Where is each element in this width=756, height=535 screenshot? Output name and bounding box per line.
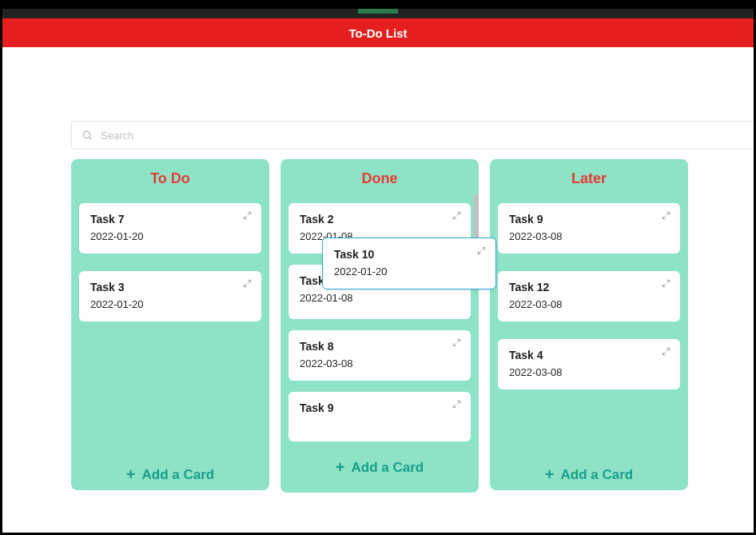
add-card-button[interactable]: + Add a Card xyxy=(498,461,680,489)
expand-icon[interactable] xyxy=(662,279,670,288)
expand-icon[interactable] xyxy=(662,347,670,356)
expand-icon[interactable] xyxy=(452,338,461,347)
search-icon xyxy=(82,130,93,141)
card-list: Task 9 2022-03-08 Task 12 2022-03-08 xyxy=(498,203,680,451)
plus-icon: + xyxy=(336,458,345,477)
column-title: Later xyxy=(498,170,680,187)
card-title: Task 10 xyxy=(334,248,484,261)
search-container[interactable] xyxy=(71,121,756,150)
dragging-card[interactable]: Task 10 2022-01-20 xyxy=(322,238,496,289)
card-title: Task 8 xyxy=(300,340,460,353)
plus-icon: + xyxy=(545,465,555,484)
expand-icon[interactable] xyxy=(243,279,252,288)
expand-icon[interactable] xyxy=(477,246,486,255)
expand-icon[interactable] xyxy=(662,211,670,220)
expand-icon[interactable] xyxy=(452,211,461,220)
card-title: Task 12 xyxy=(509,281,669,293)
app-title: To-Do List xyxy=(348,26,407,40)
task-card[interactable]: Task 7 2022-01-20 xyxy=(79,203,261,254)
card-title: Task 7 xyxy=(90,213,250,226)
task-card[interactable]: Task 4 2022-03-08 xyxy=(498,339,680,389)
column-done: Done Task 2 2022-01-08 Task 6 xyxy=(281,159,479,493)
card-date: 2022-03-08 xyxy=(509,366,669,378)
column-todo: To Do Task 7 2022-01-20 Task 3 xyxy=(71,159,269,490)
add-card-label: Add a Card xyxy=(561,467,634,483)
add-card-button[interactable]: + Add a Card xyxy=(288,453,471,481)
add-card-label: Add a Card xyxy=(352,460,424,476)
search-input[interactable] xyxy=(101,130,746,142)
card-date: 2022-01-20 xyxy=(90,298,250,310)
card-date: 2022-03-08 xyxy=(509,230,669,242)
card-title: Task 9 xyxy=(300,401,460,414)
card-date: 2022-01-20 xyxy=(90,230,250,242)
column-title: Done xyxy=(288,170,471,187)
column-title: To Do xyxy=(79,170,261,187)
expand-icon[interactable] xyxy=(243,211,252,220)
card-title: Task 9 xyxy=(509,213,669,226)
column-later: Later Task 9 2022-03-08 Task 12 xyxy=(490,159,688,490)
camera-notch xyxy=(358,9,398,14)
task-card[interactable]: Task 8 2022-03-08 xyxy=(288,330,471,381)
task-card[interactable]: Task 12 2022-03-08 xyxy=(498,271,680,321)
kanban-board: To Do Task 7 2022-01-20 Task 3 xyxy=(71,159,754,493)
scrollbar[interactable] xyxy=(474,194,479,242)
card-title: Task 2 xyxy=(300,213,460,226)
plus-icon: + xyxy=(126,465,136,484)
svg-line-1 xyxy=(90,138,92,140)
card-date: 2022-01-20 xyxy=(334,266,484,277)
card-title: Task 3 xyxy=(90,281,250,293)
add-card-button[interactable]: + Add a Card xyxy=(79,461,261,489)
task-card[interactable]: Task 9 xyxy=(288,392,471,441)
card-list: Task 7 2022-01-20 Task 3 2022-01-20 xyxy=(79,203,261,451)
card-date: 2022-03-08 xyxy=(300,357,460,369)
card-date: 2022-01-08 xyxy=(300,292,460,304)
expand-icon[interactable] xyxy=(452,400,461,409)
task-card[interactable]: Task 9 2022-03-08 xyxy=(498,203,680,254)
add-card-label: Add a Card xyxy=(142,467,215,483)
app-header: To-Do List xyxy=(2,18,754,47)
svg-point-0 xyxy=(83,131,90,138)
task-card[interactable]: Task 3 2022-01-20 xyxy=(79,271,261,321)
card-date: 2022-03-08 xyxy=(509,298,669,310)
card-title: Task 4 xyxy=(509,349,669,361)
